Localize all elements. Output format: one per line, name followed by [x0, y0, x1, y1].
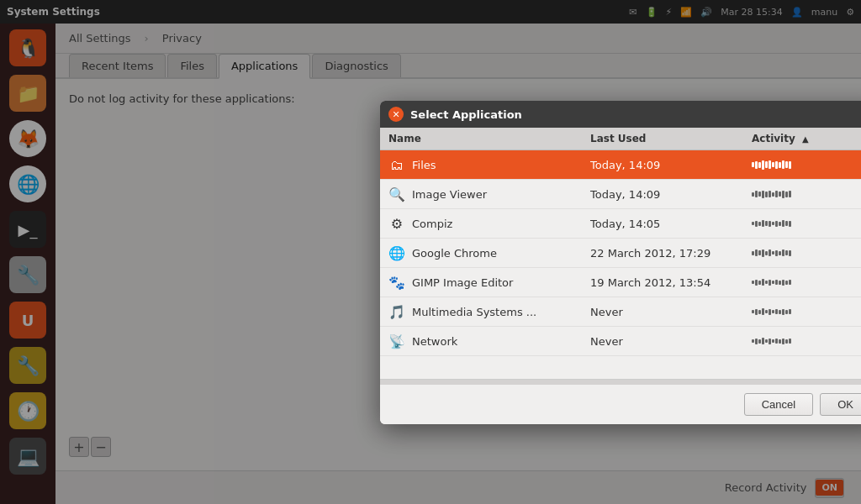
app-name-cell: 📡Network	[380, 327, 582, 356]
activity-bar	[762, 191, 764, 198]
table-row[interactable]: 🌐Google Chrome22 March 2012, 17:29	[380, 239, 861, 268]
dialog-list-area[interactable]: Name Last Used Activity ▲ 🗂FilesToday, 1…	[380, 128, 861, 380]
activity-bars	[752, 186, 861, 202]
col-header-name[interactable]: Name	[380, 128, 582, 150]
activity-bars	[752, 157, 861, 172]
activity-bar	[779, 222, 781, 226]
dialog-close-button[interactable]: ✕	[388, 107, 404, 122]
activity-bars	[752, 275, 861, 290]
activity-bar	[785, 310, 788, 314]
activity-bar	[782, 309, 784, 315]
activity-bar	[772, 281, 774, 284]
activity-bar	[785, 250, 788, 255]
activity-bar	[758, 162, 761, 168]
activity-bar	[789, 250, 791, 256]
activity-bar	[785, 281, 788, 285]
activity-bar	[785, 161, 788, 168]
activity-bar	[762, 160, 764, 170]
activity-bar	[758, 250, 761, 255]
activity-bar	[755, 221, 758, 227]
table-row[interactable]: 🔍Image ViewerToday, 14:09	[380, 180, 861, 209]
activity-bar	[762, 308, 764, 315]
activity-bars	[752, 216, 861, 231]
activity-bar	[758, 192, 761, 197]
activity-bar	[779, 339, 781, 344]
app-activity-cell	[743, 327, 861, 356]
activity-bar	[772, 339, 774, 343]
app-icon: 🔍	[388, 186, 405, 202]
activity-bar	[752, 192, 754, 197]
activity-bar	[779, 310, 781, 314]
app-name-cell: 🔍Image Viewer	[380, 180, 582, 209]
table-row[interactable]: 🐾GIMP Image Editor19 March 2012, 13:54	[380, 268, 861, 297]
app-icon: 🗂	[388, 156, 405, 173]
activity-bar	[775, 250, 778, 256]
app-name-cell: ⚙Compiz	[380, 209, 582, 239]
activity-bar	[785, 339, 788, 344]
activity-bar	[779, 281, 781, 285]
table-row[interactable]: 📡NetworkNever	[380, 327, 861, 356]
activity-bar	[782, 191, 784, 198]
activity-bar	[772, 162, 774, 167]
activity-bar	[775, 221, 778, 227]
activity-bar	[755, 280, 758, 286]
app-label: Network	[412, 335, 457, 348]
activity-bar	[789, 161, 791, 169]
app-last-used-cell: 19 March 2012, 13:54	[582, 268, 743, 297]
app-activity-cell	[743, 209, 861, 239]
activity-bar	[769, 339, 771, 344]
app-name-cell: 🌐Google Chrome	[380, 239, 582, 268]
ok-button[interactable]: OK	[820, 393, 861, 416]
activity-bar	[789, 280, 791, 285]
activity-bar	[752, 310, 754, 313]
activity-bar	[765, 221, 768, 226]
activity-bar	[755, 249, 758, 256]
activity-bar	[755, 309, 758, 315]
dialog-footer: Cancel OK	[380, 385, 861, 424]
app-last-used-cell: Today, 14:09	[582, 150, 743, 180]
activity-bar	[758, 310, 761, 314]
app-last-used-cell: Today, 14:09	[582, 180, 743, 209]
activity-bar	[765, 310, 768, 313]
activity-bar	[775, 339, 778, 344]
activity-bar	[782, 280, 784, 286]
activity-bar	[755, 191, 758, 197]
activity-bar	[779, 162, 781, 168]
activity-bar	[789, 309, 791, 314]
activity-bar	[779, 192, 781, 197]
app-name-cell: 🐾GIMP Image Editor	[380, 268, 582, 297]
col-header-last-used[interactable]: Last Used	[582, 128, 743, 150]
activity-bars	[752, 245, 861, 260]
app-name-cell: 🗂Files	[380, 150, 582, 180]
activity-bar	[772, 310, 774, 313]
col-header-activity[interactable]: Activity ▲	[743, 128, 861, 150]
activity-bar	[782, 339, 784, 344]
activity-bar	[772, 251, 774, 255]
app-last-used-cell: Never	[582, 297, 743, 327]
activity-bar	[765, 339, 768, 343]
activity-bar	[789, 191, 791, 197]
activity-bar	[758, 222, 761, 226]
app-icon: 🐾	[388, 274, 405, 291]
table-row[interactable]: ⚙CompizToday, 14:05	[380, 209, 861, 239]
app-last-used-cell: Never	[582, 327, 743, 356]
table-row[interactable]: 🗂FilesToday, 14:09	[380, 150, 861, 180]
app-activity-cell	[743, 180, 861, 209]
table-row[interactable]: 🎵Multimedia Systems ...Never	[380, 297, 861, 327]
activity-bar	[755, 339, 758, 344]
app-activity-cell	[743, 239, 861, 268]
activity-bar	[772, 192, 774, 197]
activity-bar	[762, 279, 764, 286]
app-icon: 🌐	[388, 244, 405, 261]
app-last-used-cell: 22 March 2012, 17:29	[582, 239, 743, 268]
app-name-cell: 🎵Multimedia Systems ...	[380, 297, 582, 327]
activity-bars	[752, 304, 861, 319]
app-label: Multimedia Systems ...	[412, 306, 536, 318]
cancel-button[interactable]: Cancel	[744, 393, 813, 416]
app-label: Image Viewer	[412, 188, 487, 201]
activity-bar	[769, 280, 771, 286]
activity-bar	[769, 191, 771, 197]
activity-bar	[769, 249, 771, 256]
app-activity-cell	[743, 150, 861, 180]
app-activity-cell	[743, 268, 861, 297]
